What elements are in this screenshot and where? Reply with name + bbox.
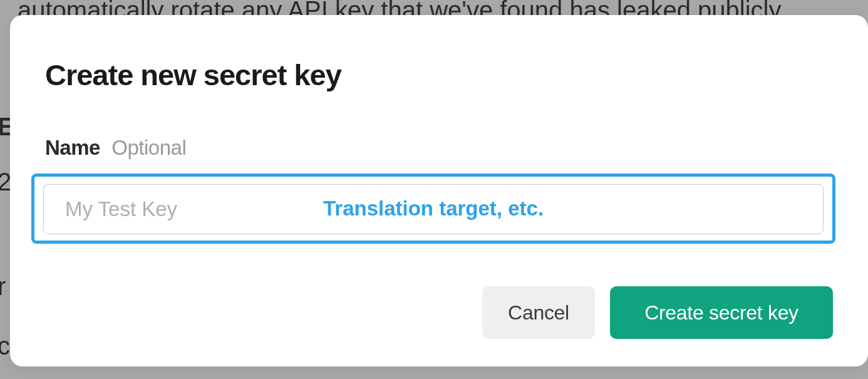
name-input-highlight-frame: Translation target, etc. [31, 174, 835, 244]
modal-button-row: Cancel Create secret key [45, 286, 833, 339]
modal-title: Create new secret key [45, 58, 833, 92]
cancel-button[interactable]: Cancel [482, 286, 595, 339]
name-field-optional-hint: Optional [111, 136, 186, 159]
name-field-label-row: Name Optional [45, 136, 833, 160]
name-field-label: Name [45, 136, 100, 159]
background-glyph: r [0, 273, 6, 301]
create-secret-key-button[interactable]: Create secret key [610, 286, 833, 339]
name-input[interactable] [43, 184, 824, 234]
background-glyph: c [0, 332, 10, 360]
create-secret-key-modal: Create new secret key Name Optional Tran… [10, 15, 868, 366]
